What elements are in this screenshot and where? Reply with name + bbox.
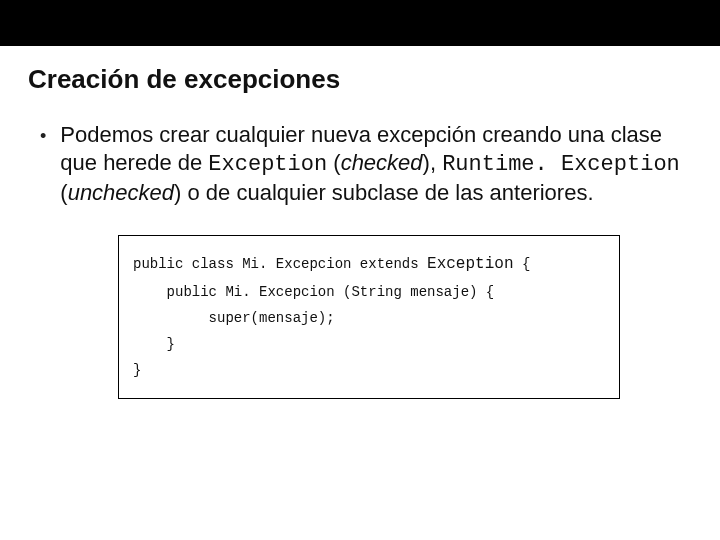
bullet-icon: • — [40, 121, 46, 151]
text-run: ) o de cualquier subclase de las anterio… — [174, 180, 593, 205]
code-line-2: public Mi. Excepcion (String mensaje) { — [133, 284, 494, 300]
code-block: public class Mi. Excepcion extends Excep… — [118, 235, 620, 398]
top-bar — [0, 0, 720, 46]
code-line-3: super(mensaje); — [133, 310, 335, 326]
italic-checked: checked — [341, 150, 423, 175]
code-line-1b: Exception — [427, 255, 513, 273]
text-run: ), — [423, 150, 443, 175]
code-line-4: } — [133, 336, 175, 352]
body-region: • Podemos crear cualquier nueva excepció… — [0, 95, 720, 399]
text-run: ( — [60, 180, 67, 205]
code-inline-exception: Exception — [208, 152, 327, 177]
paragraph: Podemos crear cualquier nueva excepción … — [60, 121, 680, 207]
italic-unchecked: unchecked — [68, 180, 174, 205]
slide-title: Creación de excepciones — [28, 64, 692, 95]
code-inline-runtimeexception: Runtime. Exception — [442, 152, 680, 177]
title-region: Creación de excepciones — [0, 46, 720, 95]
slide: Creación de excepciones • Podemos crear … — [0, 0, 720, 540]
bullet-item: • Podemos crear cualquier nueva excepció… — [40, 121, 680, 207]
code-line-5: } — [133, 362, 141, 378]
code-line-1c: { — [513, 256, 530, 272]
code-line-1a: public class Mi. Excepcion extends — [133, 256, 427, 272]
text-run: ( — [327, 150, 340, 175]
